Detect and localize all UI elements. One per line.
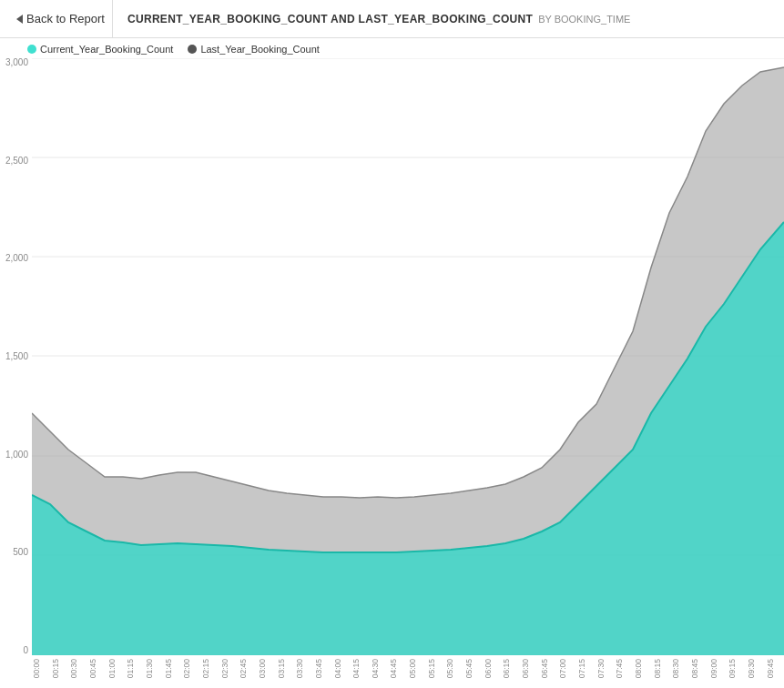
- x-axis-label: 04:45: [389, 659, 408, 678]
- y-axis-labels: 3,000 2,500 2,000 1,500 1,000 500 0: [0, 58, 32, 655]
- x-axis-label: 02:45: [239, 659, 258, 678]
- x-axis-label: 03:15: [277, 659, 296, 678]
- x-axis-label: 03:00: [258, 659, 277, 678]
- legend-item-current: Current_Year_Booking_Count: [27, 44, 173, 55]
- x-axis-label: 01:45: [164, 659, 183, 678]
- legend-dot-current: [27, 45, 36, 54]
- x-axis-label: 06:15: [502, 659, 521, 678]
- x-axis-label: 04:30: [371, 659, 390, 678]
- x-axis-label: 08:30: [671, 659, 690, 678]
- x-axis-label: 08:15: [653, 659, 672, 678]
- x-axis-label: 03:30: [295, 659, 314, 678]
- x-axis-label: 06:30: [521, 659, 540, 678]
- y-label-3: 1,500: [0, 352, 32, 361]
- x-axis-label: 06:00: [484, 659, 503, 678]
- x-axis-label: 09:30: [747, 659, 766, 678]
- x-axis-label: 07:45: [615, 659, 634, 678]
- x-axis-label: 05:30: [445, 659, 464, 678]
- x-axis-label: 06:45: [540, 659, 559, 678]
- chevron-left-icon: [16, 15, 23, 24]
- x-axis-label: 08:45: [690, 659, 709, 678]
- x-axis-labels: 00:0000:1500:3000:4501:0001:1501:3001:45…: [32, 655, 784, 683]
- chart-svg: [32, 58, 784, 655]
- y-label-2: 1,000: [0, 450, 32, 460]
- x-axis-label: 01:30: [145, 659, 164, 678]
- x-axis-label: 02:15: [201, 659, 220, 678]
- x-axis-label: 02:30: [220, 659, 239, 678]
- back-button[interactable]: Back to Report: [9, 0, 113, 37]
- y-label-1: 500: [0, 548, 32, 557]
- legend-item-last: Last_Year_Booking_Count: [188, 44, 319, 55]
- x-axis-label: 02:00: [182, 659, 201, 678]
- x-axis-label: 00:15: [51, 659, 70, 678]
- legend-current-label: Current_Year_Booking_Count: [40, 44, 173, 55]
- x-axis-label: 05:15: [427, 659, 446, 678]
- chart-legend: Current_Year_Booking_Count Last_Year_Boo…: [0, 38, 784, 58]
- x-axis-label: 04:15: [351, 659, 371, 678]
- y-label-5: 2,500: [0, 157, 32, 166]
- x-axis-label: 00:30: [69, 659, 88, 678]
- x-axis-label: 07:30: [596, 659, 616, 678]
- x-axis-label: 05:00: [408, 659, 427, 678]
- x-axis-label: 00:00: [32, 659, 51, 678]
- x-axis-label: 03:45: [314, 659, 333, 678]
- x-axis-label: 09:00: [709, 659, 728, 678]
- x-axis-label: 04:00: [333, 659, 352, 678]
- chart-by-label: BY BOOKING_TIME: [538, 14, 630, 25]
- legend-dot-last: [188, 45, 197, 54]
- x-axis-label: 07:15: [577, 659, 596, 678]
- x-axis-label: 09:15: [728, 659, 747, 678]
- back-label: Back to Report: [26, 12, 105, 25]
- legend-last-label: Last_Year_Booking_Count: [200, 44, 319, 55]
- x-axis-label: 08:00: [634, 659, 653, 678]
- x-axis-label: 07:00: [558, 659, 577, 678]
- header: Back to Report CURRENT_YEAR_BOOKING_COUN…: [0, 0, 784, 38]
- chart-area: [32, 58, 784, 655]
- chart-container: 3,000 2,500 2,000 1,500 1,000 500 0: [0, 58, 784, 683]
- x-axis-label: 01:00: [107, 659, 127, 678]
- x-axis-label: 01:15: [126, 659, 145, 678]
- chart-title-area: CURRENT_YEAR_BOOKING_COUNT AND LAST_YEAR…: [127, 13, 630, 25]
- y-label-4: 2,000: [0, 254, 32, 263]
- x-axis-label: 00:45: [88, 659, 107, 678]
- y-label-0: 0: [0, 646, 32, 655]
- chart-title: CURRENT_YEAR_BOOKING_COUNT AND LAST_YEAR…: [127, 13, 533, 25]
- y-label-6: 3,000: [0, 58, 32, 67]
- x-axis-label: 09:45: [766, 659, 784, 678]
- x-axis-label: 05:45: [464, 659, 484, 678]
